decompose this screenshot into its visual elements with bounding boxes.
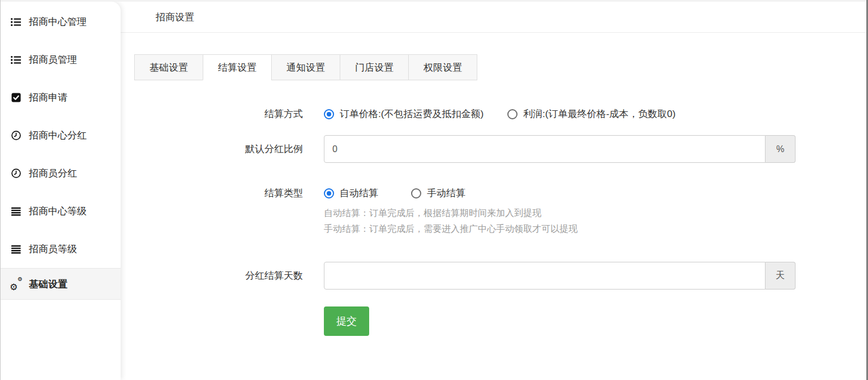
form-row-submit: 提交 [134,306,866,336]
page-header: 招商设置 [121,2,866,33]
sidebar-item-label: 招商申请 [29,91,67,104]
clock-icon [10,131,22,141]
top-strip [0,0,868,2]
form-row-settlement-days: 分红结算天数 天 [134,262,866,290]
list-icon [10,55,22,65]
settlement-days-input-group: 天 [324,262,796,290]
sidebar-item-label: 招商员等级 [29,243,77,256]
help-manual-settle: 手动结算：订单完成后，需要进入推广中心手动领取才可以提现 [324,221,578,237]
sidebar-item-label: 招商员管理 [29,53,77,66]
sidebar-item-merchant-apply[interactable]: 招商申请 [0,79,121,116]
percent-unit-addon: % [766,135,796,163]
form-row-settlement-method: 结算方式 订单价格:(不包括运费及抵扣金额) 利润:(订单最终价格-成本，负数取… [134,107,866,120]
sidebar-item-basic-settings[interactable]: ⚙⚙ 基础设置 [0,268,121,300]
bars-icon [10,244,22,254]
form-row-default-ratio: 默认分红比例 % [134,135,866,163]
sidebar-item-merchant-center-manage[interactable]: 招商中心管理 [0,3,121,41]
radio-unselected-icon[interactable] [411,188,421,198]
settlement-days-input[interactable] [324,262,766,290]
main-content: 招商设置 基础设置 结算设置 通知设置 门店设置 权限设置 结算方式 订单价格:… [121,2,866,380]
sidebar-item-label: 基础设置 [29,278,67,291]
check-square-icon [10,93,22,103]
radio-selected-icon[interactable] [324,109,334,119]
clock-icon [10,169,22,179]
settings-tabs: 基础设置 结算设置 通知设置 门店设置 权限设置 [134,54,866,80]
radio-unselected-icon[interactable] [507,109,518,119]
tab-permission-settings[interactable]: 权限设置 [408,54,477,80]
tab-basic-settings[interactable]: 基础设置 [134,54,203,80]
window-left-edge [0,0,1,380]
submit-row-spacer [134,306,303,336]
settlement-days-label: 分红结算天数 [134,269,303,282]
page: 招商中心管理 招商员管理 招商申请 [0,0,868,380]
submit-button[interactable]: 提交 [324,306,369,336]
radio-order-price-label: 订单价格:(不包括运费及抵扣金额) [340,107,484,120]
radio-profit-label: 利润:(订单最终价格-成本，负数取0) [523,107,675,120]
form-row-settlement-type: 结算类型 自动结算 手动结算 [134,187,866,237]
radio-profit[interactable]: 利润:(订单最终价格-成本，负数取0) [507,107,675,120]
sidebar-item-center-level[interactable]: 招商中心等级 [0,192,121,230]
help-auto-settle: 自动结算：订单完成后，根据结算期时间来加入到提现 [324,205,578,221]
radio-selected-icon[interactable] [324,188,334,198]
radio-order-price[interactable]: 订单价格:(不包括运费及抵扣金额) [324,107,484,120]
radio-manual-settle-label: 手动结算 [427,187,465,200]
radio-auto-settle[interactable]: 自动结算 [324,187,378,200]
bars-icon [10,206,22,217]
cogs-icon: ⚙⚙ [10,279,22,289]
sidebar-item-staff-dividend[interactable]: 招商员分红 [0,154,121,192]
radio-manual-settle[interactable]: 手动结算 [411,187,465,200]
settlement-type-help: 自动结算：订单完成后，根据结算期时间来加入到提现 手动结算：订单完成后，需要进入… [324,205,578,237]
sidebar-item-label: 招商员分红 [29,167,77,180]
settlement-method-label: 结算方式 [134,107,303,120]
tab-store-settings[interactable]: 门店设置 [340,54,409,80]
sidebar: 招商中心管理 招商员管理 招商申请 [0,2,121,380]
radio-auto-settle-label: 自动结算 [340,187,378,200]
sidebar-item-center-dividend[interactable]: 招商中心分红 [0,116,121,154]
list-icon [10,17,22,27]
sidebar-item-merchant-staff-manage[interactable]: 招商员管理 [0,41,121,79]
day-unit-addon: 天 [766,262,796,290]
sidebar-item-label: 招商中心管理 [29,15,87,28]
default-ratio-input-group: % [324,135,796,163]
tab-notify-settings[interactable]: 通知设置 [271,54,340,80]
default-ratio-input[interactable] [324,135,766,163]
sidebar-item-label: 招商中心分红 [29,129,87,142]
page-title: 招商设置 [156,11,194,24]
default-ratio-label: 默认分红比例 [134,142,303,156]
tab-settlement-settings[interactable]: 结算设置 [203,54,272,80]
sidebar-item-staff-level[interactable]: 招商员等级 [0,230,121,268]
settlement-form: 结算方式 订单价格:(不包括运费及抵扣金额) 利润:(订单最终价格-成本，负数取… [134,107,866,336]
settlement-type-label: 结算类型 [134,187,303,237]
sidebar-item-label: 招商中心等级 [29,205,87,218]
